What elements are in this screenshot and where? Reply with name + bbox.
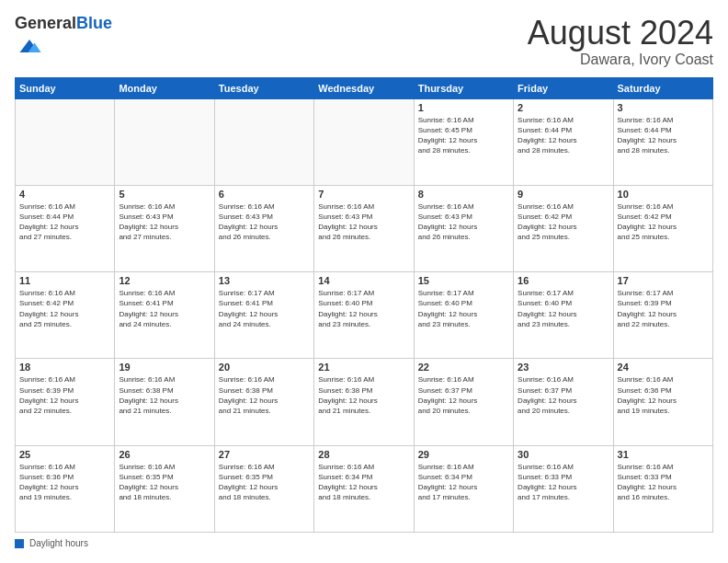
footer: Daylight hours — [15, 538, 713, 548]
calendar-cell: 2Sunrise: 6:16 AM Sunset: 6:44 PM Daylig… — [514, 98, 613, 185]
day-number: 5 — [119, 189, 210, 200]
day-number: 31 — [618, 449, 709, 460]
day-info: Sunrise: 6:16 AM Sunset: 6:38 PM Dayligh… — [219, 374, 310, 416]
calendar-cell: 25Sunrise: 6:16 AM Sunset: 6:36 PM Dayli… — [16, 445, 115, 532]
calendar-weekday-saturday: Saturday — [613, 77, 712, 98]
calendar-week-1: 1Sunrise: 6:16 AM Sunset: 6:45 PM Daylig… — [16, 98, 713, 185]
page: GeneralBlue August 2024 Dawara, Ivory Co… — [0, 0, 728, 563]
day-number: 28 — [318, 449, 409, 460]
day-number: 23 — [518, 362, 609, 373]
day-info: Sunrise: 6:16 AM Sunset: 6:42 PM Dayligh… — [618, 201, 709, 243]
day-number: 24 — [618, 362, 709, 373]
title-block: August 2024 Dawara, Ivory Coast — [528, 15, 713, 68]
calendar-cell — [16, 98, 115, 185]
calendar-cell: 18Sunrise: 6:16 AM Sunset: 6:39 PM Dayli… — [16, 359, 115, 445]
day-info: Sunrise: 6:16 AM Sunset: 6:33 PM Dayligh… — [618, 462, 709, 503]
calendar-cell: 22Sunrise: 6:16 AM Sunset: 6:37 PM Dayli… — [414, 359, 513, 445]
calendar-cell: 28Sunrise: 6:16 AM Sunset: 6:34 PM Dayli… — [314, 445, 414, 532]
day-number: 29 — [418, 449, 509, 460]
calendar-weekday-wednesday: Wednesday — [314, 77, 414, 98]
day-info: Sunrise: 6:16 AM Sunset: 6:43 PM Dayligh… — [318, 201, 409, 243]
calendar-weekday-monday: Monday — [115, 77, 214, 98]
calendar-cell: 6Sunrise: 6:16 AM Sunset: 6:43 PM Daylig… — [214, 185, 313, 271]
calendar-cell: 13Sunrise: 6:17 AM Sunset: 6:41 PM Dayli… — [214, 272, 313, 359]
day-number: 8 — [418, 189, 509, 200]
calendar-cell: 9Sunrise: 6:16 AM Sunset: 6:42 PM Daylig… — [514, 185, 613, 271]
calendar-cell: 31Sunrise: 6:16 AM Sunset: 6:33 PM Dayli… — [613, 445, 712, 532]
day-info: Sunrise: 6:17 AM Sunset: 6:39 PM Dayligh… — [618, 288, 709, 329]
day-number: 21 — [318, 362, 409, 373]
day-number: 22 — [418, 362, 509, 373]
day-info: Sunrise: 6:16 AM Sunset: 6:36 PM Dayligh… — [618, 374, 709, 416]
calendar-cell: 21Sunrise: 6:16 AM Sunset: 6:38 PM Dayli… — [314, 359, 414, 445]
day-number: 10 — [618, 189, 709, 200]
day-number: 4 — [19, 189, 110, 200]
calendar-cell: 29Sunrise: 6:16 AM Sunset: 6:34 PM Dayli… — [414, 445, 513, 532]
day-info: Sunrise: 6:16 AM Sunset: 6:44 PM Dayligh… — [518, 115, 609, 156]
calendar-table: SundayMondayTuesdayWednesdayThursdayFrid… — [15, 77, 713, 533]
calendar-cell: 12Sunrise: 6:16 AM Sunset: 6:41 PM Dayli… — [115, 272, 214, 359]
day-info: Sunrise: 6:16 AM Sunset: 6:34 PM Dayligh… — [418, 462, 509, 503]
calendar-week-4: 18Sunrise: 6:16 AM Sunset: 6:39 PM Dayli… — [16, 359, 713, 445]
calendar-cell: 16Sunrise: 6:17 AM Sunset: 6:40 PM Dayli… — [514, 272, 613, 359]
day-info: Sunrise: 6:16 AM Sunset: 6:37 PM Dayligh… — [518, 374, 609, 416]
logo-general-text: General — [15, 14, 76, 32]
day-info: Sunrise: 6:16 AM Sunset: 6:42 PM Dayligh… — [19, 288, 110, 329]
calendar-cell: 30Sunrise: 6:16 AM Sunset: 6:33 PM Dayli… — [514, 445, 613, 532]
day-info: Sunrise: 6:16 AM Sunset: 6:43 PM Dayligh… — [219, 201, 310, 243]
calendar-cell: 7Sunrise: 6:16 AM Sunset: 6:43 PM Daylig… — [314, 185, 414, 271]
day-number: 2 — [518, 102, 609, 113]
day-number: 6 — [219, 189, 310, 200]
day-number: 3 — [618, 102, 709, 113]
day-number: 19 — [119, 362, 210, 373]
header: GeneralBlue August 2024 Dawara, Ivory Co… — [15, 15, 713, 68]
day-info: Sunrise: 6:16 AM Sunset: 6:33 PM Dayligh… — [518, 462, 609, 503]
calendar-cell: 20Sunrise: 6:16 AM Sunset: 6:38 PM Dayli… — [214, 359, 313, 445]
day-info: Sunrise: 6:16 AM Sunset: 6:44 PM Dayligh… — [618, 115, 709, 156]
day-info: Sunrise: 6:16 AM Sunset: 6:35 PM Dayligh… — [219, 462, 310, 503]
calendar-weekday-tuesday: Tuesday — [214, 77, 313, 98]
calendar-cell: 19Sunrise: 6:16 AM Sunset: 6:38 PM Dayli… — [115, 359, 214, 445]
day-number: 15 — [418, 275, 509, 286]
calendar-week-3: 11Sunrise: 6:16 AM Sunset: 6:42 PM Dayli… — [16, 272, 713, 359]
day-number: 7 — [318, 189, 409, 200]
day-number: 18 — [19, 362, 110, 373]
day-info: Sunrise: 6:16 AM Sunset: 6:44 PM Dayligh… — [19, 201, 110, 243]
calendar-cell: 10Sunrise: 6:16 AM Sunset: 6:42 PM Dayli… — [613, 185, 712, 271]
day-info: Sunrise: 6:16 AM Sunset: 6:43 PM Dayligh… — [119, 201, 210, 243]
day-info: Sunrise: 6:16 AM Sunset: 6:36 PM Dayligh… — [19, 462, 110, 503]
day-info: Sunrise: 6:17 AM Sunset: 6:40 PM Dayligh… — [518, 288, 609, 329]
daylight-dot — [15, 539, 24, 548]
calendar-cell: 26Sunrise: 6:16 AM Sunset: 6:35 PM Dayli… — [115, 445, 214, 532]
day-number: 9 — [518, 189, 609, 200]
calendar-cell — [314, 98, 414, 185]
logo-blue-text: Blue — [76, 14, 112, 32]
day-number: 16 — [518, 275, 609, 286]
calendar-week-5: 25Sunrise: 6:16 AM Sunset: 6:36 PM Dayli… — [16, 445, 713, 532]
calendar-week-2: 4Sunrise: 6:16 AM Sunset: 6:44 PM Daylig… — [16, 185, 713, 271]
day-number: 1 — [418, 102, 509, 113]
day-info: Sunrise: 6:16 AM Sunset: 6:43 PM Dayligh… — [418, 201, 509, 243]
day-info: Sunrise: 6:17 AM Sunset: 6:40 PM Dayligh… — [318, 288, 409, 329]
calendar-cell: 4Sunrise: 6:16 AM Sunset: 6:44 PM Daylig… — [16, 185, 115, 271]
day-number: 26 — [119, 449, 210, 460]
day-number: 27 — [219, 449, 310, 460]
calendar-weekday-friday: Friday — [514, 77, 613, 98]
day-info: Sunrise: 6:17 AM Sunset: 6:40 PM Dayligh… — [418, 288, 509, 329]
day-info: Sunrise: 6:16 AM Sunset: 6:38 PM Dayligh… — [318, 374, 409, 416]
daylight-hours-label: Daylight hours — [29, 538, 88, 548]
day-info: Sunrise: 6:16 AM Sunset: 6:37 PM Dayligh… — [418, 374, 509, 416]
day-info: Sunrise: 6:16 AM Sunset: 6:45 PM Dayligh… — [418, 115, 509, 156]
calendar-cell — [214, 98, 313, 185]
day-number: 14 — [318, 275, 409, 286]
calendar-cell: 14Sunrise: 6:17 AM Sunset: 6:40 PM Dayli… — [314, 272, 414, 359]
day-info: Sunrise: 6:16 AM Sunset: 6:34 PM Dayligh… — [318, 462, 409, 503]
day-info: Sunrise: 6:16 AM Sunset: 6:41 PM Dayligh… — [119, 288, 210, 329]
month-title: August 2024 — [528, 15, 713, 52]
calendar-header-row: SundayMondayTuesdayWednesdayThursdayFrid… — [16, 77, 713, 98]
calendar-cell — [115, 98, 214, 185]
day-number: 20 — [219, 362, 310, 373]
day-info: Sunrise: 6:16 AM Sunset: 6:35 PM Dayligh… — [119, 462, 210, 503]
day-number: 17 — [618, 275, 709, 286]
calendar-cell: 23Sunrise: 6:16 AM Sunset: 6:37 PM Dayli… — [514, 359, 613, 445]
